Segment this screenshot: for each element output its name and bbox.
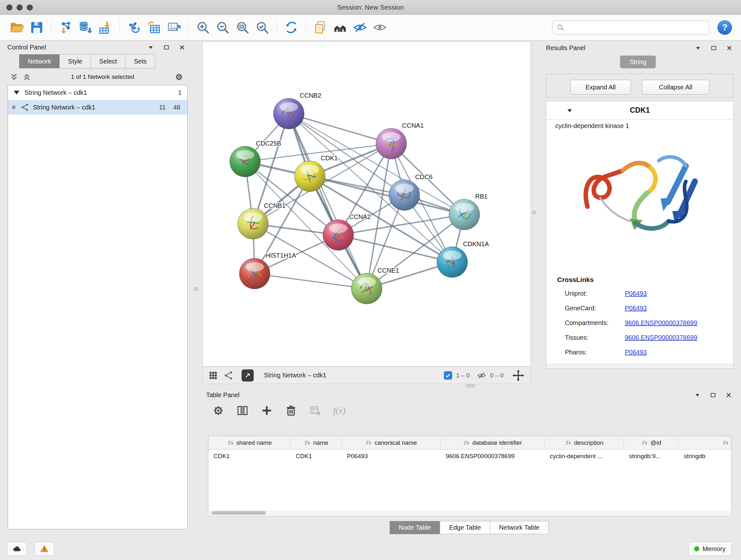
network-selection-status: 1 of 1 Network selected <box>31 73 174 80</box>
float-panel-icon[interactable] <box>711 45 717 51</box>
export-image-icon <box>166 20 181 35</box>
minimize-window-button[interactable] <box>17 4 23 10</box>
warnings-button[interactable] <box>35 542 54 556</box>
collapse-all-button[interactable]: Collapse All <box>642 80 710 95</box>
hide-selected-button[interactable] <box>350 17 370 37</box>
network-edge <box>289 114 367 289</box>
column-header[interactable]: shared name <box>208 436 291 449</box>
table-gear-icon[interactable] <box>212 404 225 417</box>
crosslink-link[interactable]: P06493 <box>625 305 647 312</box>
tab-node-table[interactable]: Node Table <box>390 521 441 534</box>
show-all-button[interactable] <box>370 17 390 37</box>
network-row-selected[interactable]: String Network – cdk1 11 48 <box>8 100 187 115</box>
collapse-all-icon[interactable] <box>10 73 18 81</box>
refresh-view-button[interactable] <box>281 17 301 37</box>
gene-section-header[interactable]: CDK1 <box>546 101 733 120</box>
help-question-mark: ? <box>722 22 727 33</box>
column-header[interactable]: name <box>291 436 342 449</box>
tab-style[interactable]: Style <box>59 54 91 68</box>
results-horizontal-scrollbar[interactable] <box>546 364 733 368</box>
tab-network[interactable]: Network <box>19 54 60 68</box>
zoom-in-button[interactable] <box>193 17 213 37</box>
share-view-icon[interactable] <box>224 371 233 380</box>
add-icon[interactable] <box>260 404 273 417</box>
panel-menu-arrow-icon[interactable] <box>695 45 701 51</box>
network-node-cdc6[interactable] <box>389 180 420 210</box>
zoom-window-button[interactable] <box>27 4 33 10</box>
bottom-splitter-handle[interactable] <box>466 384 475 387</box>
crosslink-link[interactable]: P06493 <box>625 290 647 297</box>
tree-expand-arrow-icon[interactable] <box>14 91 19 95</box>
import-network-file-button[interactable] <box>56 17 76 37</box>
memory-button[interactable]: Memory <box>688 542 731 556</box>
node-table[interactable]: shared name name canonical name database… <box>208 436 731 516</box>
crosslink-link[interactable]: 9606.ENSP00000378699 <box>625 319 697 327</box>
network-node-ccna1[interactable] <box>376 128 407 159</box>
network-node-ccna2[interactable] <box>323 220 354 250</box>
tab-sets[interactable]: Sets <box>125 54 155 68</box>
tab-string[interactable]: String <box>620 56 656 68</box>
delete-trash-icon[interactable] <box>285 404 297 417</box>
close-panel-icon[interactable] <box>179 44 185 51</box>
zoom-out-button[interactable] <box>213 17 232 37</box>
network-canvas[interactable]: CCNB2CCNA1CDC25BCDK1CDC6RB1CCNB1CCNA2CDK… <box>202 42 531 367</box>
open-session-button[interactable] <box>7 17 27 37</box>
expand-all-button[interactable]: Expand All <box>570 80 631 95</box>
collapse-section-arrow-icon[interactable] <box>566 107 573 114</box>
network-node-cdk1[interactable] <box>294 161 325 192</box>
export-image-button[interactable] <box>164 17 184 37</box>
zoom-fit-button[interactable] <box>232 17 253 37</box>
pan-crosshair-icon[interactable] <box>512 369 525 382</box>
column-header[interactable]: description <box>545 436 624 449</box>
expand-all-icon[interactable] <box>23 73 31 81</box>
help-button[interactable]: ? <box>718 20 732 35</box>
copy-button[interactable] <box>311 17 330 37</box>
tab-network-table[interactable]: Network Table <box>490 521 549 534</box>
network-node-ccne1[interactable] <box>351 273 382 304</box>
close-panel-icon[interactable] <box>726 45 732 51</box>
scrollbar-thumb[interactable] <box>212 511 266 515</box>
network-graph[interactable]: CCNB2CCNA1CDC25BCDK1CDC6RB1CCNB1CCNA2CDK… <box>203 42 530 366</box>
tab-select[interactable]: Select <box>91 54 126 68</box>
new-table-button[interactable] <box>144 17 164 37</box>
close-panel-icon[interactable] <box>726 392 732 398</box>
clone-network-button[interactable] <box>125 17 144 37</box>
insert-column-icon[interactable] <box>236 404 249 417</box>
tab-edge-table[interactable]: Edge Table <box>440 521 490 534</box>
zoom-selected-button[interactable] <box>253 17 272 37</box>
crosslink-link[interactable]: P06493 <box>625 349 647 356</box>
network-node-cdkn1a[interactable] <box>437 247 468 277</box>
search-input[interactable] <box>567 23 705 32</box>
gear-icon[interactable] <box>174 72 184 82</box>
panel-menu-arrow-icon[interactable] <box>148 44 154 51</box>
crosslink-link[interactable]: 9606.ENSP00000378699 <box>625 334 697 341</box>
network-view: CCNB2CCNA1CDC25BCDK1CDC6RB1CCNB1CCNA2CDK… <box>202 42 531 384</box>
import-network-database-button[interactable] <box>76 17 95 37</box>
column-header[interactable]: database identifier <box>441 436 545 449</box>
detach-view-button[interactable] <box>242 369 254 381</box>
table-horizontal-scrollbar[interactable] <box>209 510 731 515</box>
left-splitter-handle[interactable] <box>194 287 198 291</box>
selected-checkbox-icon[interactable] <box>444 371 452 380</box>
import-table-button[interactable] <box>95 17 115 37</box>
column-header[interactable]: @id <box>624 436 679 449</box>
grid-view-icon[interactable] <box>208 371 218 380</box>
column-header[interactable]: namespace <box>679 436 731 449</box>
network-collection-row[interactable]: String Network – cdk1 1 <box>8 85 187 100</box>
network-node-ccnb2[interactable] <box>273 98 304 129</box>
network-node-hist1h1a[interactable] <box>239 258 270 289</box>
network-node-rb1[interactable] <box>449 199 480 230</box>
save-session-button[interactable] <box>27 17 47 37</box>
float-panel-icon[interactable] <box>710 392 716 398</box>
panel-menu-arrow-icon[interactable] <box>694 392 700 398</box>
float-panel-icon[interactable] <box>163 44 170 51</box>
show-home-button[interactable] <box>330 17 350 37</box>
cloud-status-button[interactable] <box>7 542 27 556</box>
network-node-cdc25b[interactable] <box>230 146 260 177</box>
table-row[interactable]: CDK1 CDK1 P06493 9606.ENSP00000378699 cy… <box>208 449 731 463</box>
column-header[interactable]: canonical name <box>342 436 441 449</box>
search-input-box[interactable] <box>552 20 709 35</box>
right-splitter-handle[interactable] <box>532 210 536 214</box>
network-node-ccnb1[interactable] <box>238 208 268 239</box>
close-window-button[interactable] <box>6 4 12 10</box>
